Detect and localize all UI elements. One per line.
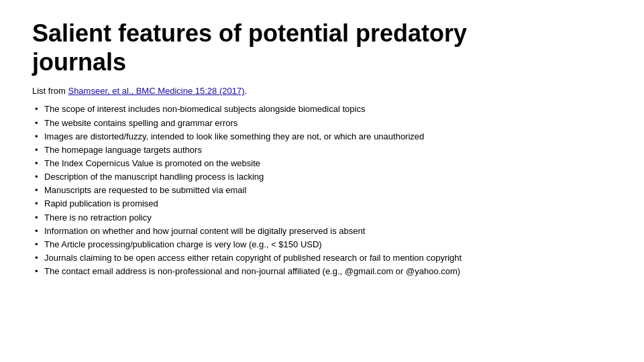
source-link[interactable]: Shamseer, et al., BMC Medicine 15:28 (20… bbox=[68, 86, 244, 96]
list-item: Images are distorted/fuzzy, intended to … bbox=[32, 130, 612, 143]
features-list: The scope of interest includes non-biome… bbox=[32, 103, 612, 278]
list-item: The homepage language targets authors bbox=[32, 143, 612, 157]
main-container: Salient features of potential predatory … bbox=[0, 0, 644, 294]
list-item: The contact email address is non-profess… bbox=[32, 265, 612, 278]
list-item: The Article processing/publication charg… bbox=[32, 238, 612, 251]
list-item: Journals claiming to be open access eith… bbox=[32, 251, 612, 265]
page-title: Salient features of potential predatory … bbox=[32, 19, 612, 76]
list-item: Description of the manuscript handling p… bbox=[32, 170, 612, 184]
list-item: The scope of interest includes non-biome… bbox=[32, 103, 612, 116]
list-item: Information on whether and how journal c… bbox=[32, 225, 612, 238]
list-item: There is no retraction policy bbox=[32, 211, 612, 225]
source-line: List from Shamseer, et al., BMC Medicine… bbox=[32, 86, 612, 96]
list-item: The website contains spelling and gramma… bbox=[32, 117, 612, 130]
list-item: Manuscripts are requested to be submitte… bbox=[32, 184, 612, 197]
list-item: Rapid publication is promised bbox=[32, 197, 612, 210]
list-item: The Index Copernicus Value is promoted o… bbox=[32, 157, 612, 170]
